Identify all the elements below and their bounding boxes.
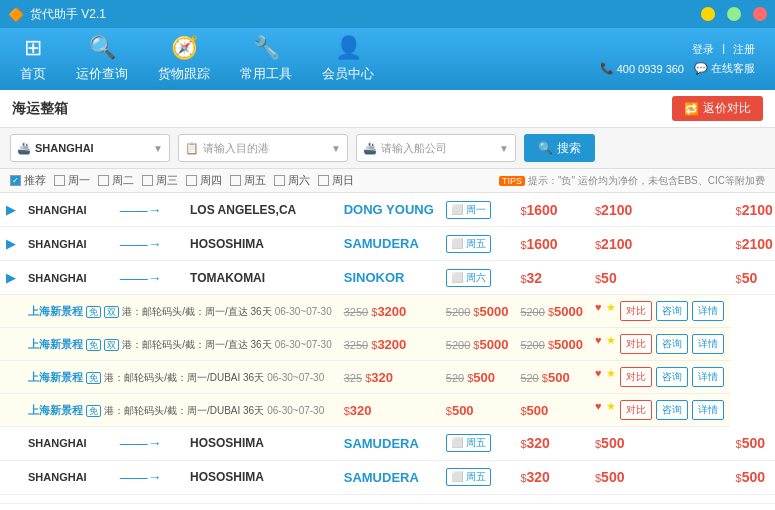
promo-p-orig-3: 325 $320 [338, 361, 440, 394]
row-dest-2: HOSOSHIMA [184, 227, 338, 261]
filter-sun[interactable]: 周日 [318, 173, 354, 188]
row-arrow-2: ——→ [114, 227, 184, 261]
row-p1-8: $320 [514, 427, 589, 461]
ask-btn-2[interactable]: 咨询 [656, 334, 688, 354]
wed-checkbox[interactable] [142, 175, 153, 186]
tue-checkbox[interactable] [98, 175, 109, 186]
nav-item-cargo-tracking[interactable]: 🧭 货物跟踪 [158, 35, 210, 83]
ask-btn-1[interactable]: 咨询 [656, 301, 688, 321]
filter-wed[interactable]: 周三 [142, 173, 178, 188]
promo-p2-orig-1: 5200 $5000 [440, 295, 515, 328]
origin-select[interactable]: 🚢 SHANGHAI ▼ [10, 134, 170, 162]
origin-value: SHANGHAI [35, 142, 149, 154]
phone-contact: 📞 400 0939 360 [600, 61, 684, 76]
ask-btn-3[interactable]: 咨询 [656, 367, 688, 387]
table-row: ▶ SHANGHAI ——→ TOMAKOMAI SINOKOR ⬜ 周六 $3… [0, 261, 775, 295]
detail-btn-4[interactable]: 详情 [692, 400, 724, 420]
search-btn-icon: 🔍 [538, 141, 553, 155]
row-p1-2: $1600 [514, 227, 589, 261]
nav-contact: 📞 400 0939 360 💬 在线客服 [600, 61, 755, 76]
promo-actions-3: ♥ ★ 对比 咨询 详情 [589, 361, 730, 394]
nav-label-home: 首页 [20, 65, 46, 83]
row-company-8: SAMUDERA [338, 427, 440, 461]
filter-tue[interactable]: 周二 [98, 173, 134, 188]
nav-label-freight: 运价查询 [76, 65, 128, 83]
sat-checkbox[interactable] [274, 175, 285, 186]
thu-label: 周四 [200, 173, 222, 188]
company-select[interactable]: 🚢 请输入船公司 ▼ [356, 134, 516, 162]
filter-sat[interactable]: 周六 [274, 173, 310, 188]
nav-item-tools[interactable]: 🔧 常用工具 [240, 35, 292, 83]
filter-thu[interactable]: 周四 [186, 173, 222, 188]
ask-btn-4[interactable]: 咨询 [656, 400, 688, 420]
promo-p-orig-1: 3250 $3200 [338, 295, 440, 328]
row-arrow-1: ——→ [114, 193, 184, 227]
row-dest-1: LOS ANGELES,CA [184, 193, 338, 227]
compare-btn-4[interactable]: 对比 [620, 400, 652, 420]
search-button[interactable]: 🔍 搜索 [524, 134, 595, 162]
nav-item-home[interactable]: ⊞ 首页 [20, 35, 46, 83]
search-bar: 🚢 SHANGHAI ▼ 📋 请输入目的港 ▼ 🚢 请输入船公司 ▼ 🔍 搜索 [0, 128, 775, 169]
section-header: 海运整箱 🔁 返价对比 [0, 90, 775, 128]
promo-company-3: 上海新景程 免 港：邮轮码头/截：周一/DUBAI 36天 06-30~07-3… [22, 361, 338, 394]
row-origin-3: SHANGHAI [22, 261, 114, 295]
fri-checkbox[interactable] [230, 175, 241, 186]
company-dropdown-icon: ▼ [499, 143, 509, 154]
star-icon-4: ★ [606, 400, 616, 420]
title-bar-controls [701, 7, 767, 21]
promo-actions-1: ♥ ★ 对比 咨询 详情 [589, 295, 730, 328]
tue-label: 周二 [112, 173, 134, 188]
detail-btn-3[interactable]: 详情 [692, 367, 724, 387]
origin-icon: 🚢 [17, 142, 31, 155]
online-service-contact[interactable]: 💬 在线客服 [694, 61, 755, 76]
promo-p2-orig-2: 5200 $5000 [440, 328, 515, 361]
row-day-3: ⬜ 周六 [440, 261, 515, 295]
login-link[interactable]: 登录 [692, 42, 714, 57]
compare-icon: 🔁 [684, 102, 699, 116]
row-company-2: SAMUDERA [338, 227, 440, 261]
destination-select[interactable]: 📋 请输入目的港 ▼ [178, 134, 348, 162]
minimize-button[interactable] [701, 7, 715, 21]
filter-fri[interactable]: 周五 [230, 173, 266, 188]
nav-item-freight-query[interactable]: 🔍 运价查询 [76, 35, 128, 83]
destination-placeholder: 请输入目的港 [203, 141, 327, 156]
wed-label: 周三 [156, 173, 178, 188]
promo-p1-4: $320 [338, 394, 440, 427]
row-company-9: SAMUDERA [338, 460, 440, 494]
close-button[interactable] [753, 7, 767, 21]
mon-checkbox[interactable] [54, 175, 65, 186]
recommend-label: 推荐 [24, 173, 46, 188]
thu-checkbox[interactable] [186, 175, 197, 186]
promo-company-2: 上海新景程 免 双 港：邮轮码头/截：周一/直达 36天 06-30~07-30 [22, 328, 338, 361]
detail-btn-1[interactable]: 详情 [692, 301, 724, 321]
sun-checkbox[interactable] [318, 175, 329, 186]
compare-btn-1[interactable]: 对比 [620, 301, 652, 321]
detail-btn-2[interactable]: 详情 [692, 334, 724, 354]
freight-table: ▶ SHANGHAI ——→ LOS ANGELES,CA DONG YOUNG… [0, 193, 775, 495]
nav-bar: ⊞ 首页 🔍 运价查询 🧭 货物跟踪 🔧 常用工具 👤 会员中心 登录 | 注册… [0, 28, 775, 90]
compare-btn-3[interactable]: 对比 [620, 367, 652, 387]
filter-recommend[interactable]: ✓ 推荐 [10, 173, 46, 188]
mon-label: 周一 [68, 173, 90, 188]
row-p2-2: $2100 [589, 227, 730, 261]
filter-mon[interactable]: 周一 [54, 173, 90, 188]
nav-right: 登录 | 注册 📞 400 0939 360 💬 在线客服 [600, 42, 755, 76]
row-day-9: ⬜ 周五 [440, 460, 515, 494]
row-p3-8: $500 [730, 427, 776, 461]
promo-p-orig-2: 3250 $3200 [338, 328, 440, 361]
row-p2-3: $50 [589, 261, 730, 295]
star-icon-2: ★ [606, 334, 616, 354]
promo-p3-4: $500 [514, 394, 589, 427]
compare-btn-2[interactable]: 对比 [620, 334, 652, 354]
nav-auth-links: 登录 | 注册 [692, 42, 755, 57]
maximize-button[interactable] [727, 7, 741, 21]
promo-flag-1 [0, 295, 22, 328]
recommend-checkbox[interactable]: ✓ [10, 175, 21, 186]
nav-item-member[interactable]: 👤 会员中心 [322, 35, 374, 83]
register-link[interactable]: 注册 [733, 42, 755, 57]
price-compare-button[interactable]: 🔁 返价对比 [672, 96, 763, 121]
table-row: 上海新景程 免 双 港：邮轮码头/截：周一/直达 36天 06-30~07-30… [0, 295, 775, 328]
row-origin-1: SHANGHAI [22, 193, 114, 227]
row-flag-8 [0, 427, 22, 461]
row-flag-3: ▶ [0, 261, 22, 295]
